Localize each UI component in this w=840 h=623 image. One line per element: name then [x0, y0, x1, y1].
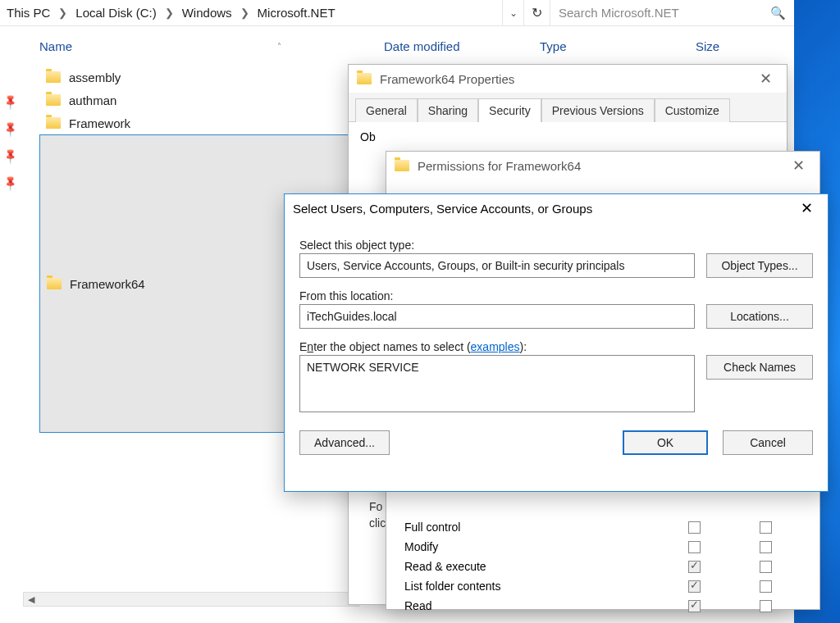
quick-access-pins: 📌 📌 📌 📌 [0, 80, 18, 189]
chevron-right-icon: ❯ [160, 7, 179, 19]
breadcrumb[interactable]: Microsoft.NET [254, 6, 339, 20]
permissions-table: Full control Modify Read & execute List … [399, 517, 806, 616]
col-type[interactable]: Type [540, 39, 696, 53]
object-name-label: Ob [360, 130, 376, 143]
permissions-help-text: Fo clic [369, 498, 386, 531]
tab-security[interactable]: Security [478, 98, 541, 122]
ok-button[interactable]: OK [623, 430, 708, 455]
locations-button[interactable]: Locations... [706, 304, 813, 329]
search-placeholder: Search Microsoft.NET [559, 6, 679, 20]
folder-icon [46, 117, 61, 129]
object-types-button[interactable]: Object Types... [706, 253, 813, 278]
allow-checkbox[interactable] [688, 521, 701, 534]
pin-icon: 📌 [1, 92, 20, 111]
allow-checkbox[interactable] [688, 580, 701, 593]
sort-indicator-icon: ˄ [277, 42, 281, 51]
breadcrumb[interactable]: Local Disk (C:) [72, 6, 159, 20]
cancel-button[interactable]: Cancel [723, 430, 813, 455]
folder-name: authman [69, 93, 116, 107]
tab-sharing[interactable]: Sharing [418, 98, 478, 122]
permission-row: Modify [399, 537, 806, 557]
object-names-input[interactable]: NETWORK SERVICE [299, 355, 695, 412]
folder-name: Framework [69, 116, 130, 130]
dialog-title: Permissions for Framework64 [418, 159, 581, 173]
breadcrumb[interactable]: This PC [3, 6, 53, 20]
allow-checkbox[interactable] [688, 561, 701, 573]
tab-bar: General Sharing Security Previous Versio… [349, 93, 787, 122]
object-type-label: Select this object type: [299, 239, 813, 252]
breadcrumb[interactable]: Windows [179, 6, 235, 20]
col-size[interactable]: Size [696, 39, 761, 53]
folder-icon [46, 94, 61, 106]
permission-row: Full control [399, 517, 806, 537]
enter-names-label: Enter the object names to select (exampl… [299, 340, 813, 353]
dialog-titlebar[interactable]: Permissions for Framework64 ✕ [386, 152, 819, 180]
search-icon: 🔍 [770, 6, 786, 20]
pin-icon: 📌 [1, 119, 20, 138]
folder-name: assembly [69, 70, 121, 84]
permission-row: Read & execute [399, 557, 806, 576]
dialog-title: Framework64 Properties [380, 72, 514, 86]
deny-checkbox[interactable] [760, 600, 772, 612]
tab-previous-versions[interactable]: Previous Versions [541, 98, 655, 122]
check-names-button[interactable]: Check Names [706, 355, 813, 380]
deny-checkbox[interactable] [760, 541, 772, 553]
tab-general[interactable]: General [355, 98, 418, 122]
tab-customize[interactable]: Customize [655, 98, 730, 122]
dialog-title: Select Users, Computers, Service Account… [293, 202, 592, 216]
folder-icon [395, 160, 409, 171]
address-dropdown-icon[interactable]: ⌄ [502, 0, 523, 25]
breadcrumb-bar[interactable]: This PC ❯ Local Disk (C:) ❯ Windows ❯ Mi… [0, 0, 502, 25]
deny-checkbox[interactable] [760, 521, 772, 534]
column-headers: Name ˄ Date modified Type Size [0, 26, 794, 66]
deny-checkbox[interactable] [760, 561, 772, 573]
dialog-titlebar[interactable]: Select Users, Computers, Service Account… [285, 194, 828, 222]
permission-row: Read [399, 596, 806, 616]
close-icon[interactable]: ✕ [794, 196, 819, 221]
close-icon[interactable]: ✕ [753, 66, 778, 91]
allow-checkbox[interactable] [688, 541, 701, 553]
examples-link[interactable]: examples [471, 340, 520, 353]
search-input[interactable]: Search Microsoft.NET 🔍 [550, 0, 794, 25]
refresh-icon[interactable]: ↻ [523, 0, 550, 25]
pin-icon: 📌 [1, 146, 20, 165]
folder-icon [46, 71, 61, 83]
chevron-right-icon: ❯ [53, 7, 72, 19]
select-users-dialog: Select Users, Computers, Service Account… [284, 193, 829, 492]
allow-checkbox[interactable] [688, 600, 701, 612]
permission-row: List folder contents [399, 576, 806, 596]
folder-icon [357, 73, 372, 84]
folder-name: Framework64 [70, 277, 145, 291]
col-name[interactable]: Name [39, 39, 72, 53]
scroll-left-icon[interactable]: ◀ [24, 594, 39, 605]
location-field[interactable]: iTechGuides.local [299, 304, 695, 329]
advanced-button[interactable]: Advanced... [299, 430, 390, 455]
folder-icon [47, 278, 62, 289]
col-date-modified[interactable]: Date modified [384, 39, 540, 53]
close-icon[interactable]: ✕ [786, 153, 811, 178]
dialog-titlebar[interactable]: Framework64 Properties ✕ [349, 65, 787, 93]
object-type-field[interactable]: Users, Service Accounts, Groups, or Buil… [299, 253, 695, 278]
address-bar-row: This PC ❯ Local Disk (C:) ❯ Windows ❯ Mi… [0, 0, 794, 26]
chevron-right-icon: ❯ [235, 7, 254, 19]
horizontal-scrollbar[interactable]: ◀ ▶ [23, 592, 359, 607]
deny-checkbox[interactable] [760, 580, 772, 593]
location-label: From this location: [299, 289, 813, 302]
